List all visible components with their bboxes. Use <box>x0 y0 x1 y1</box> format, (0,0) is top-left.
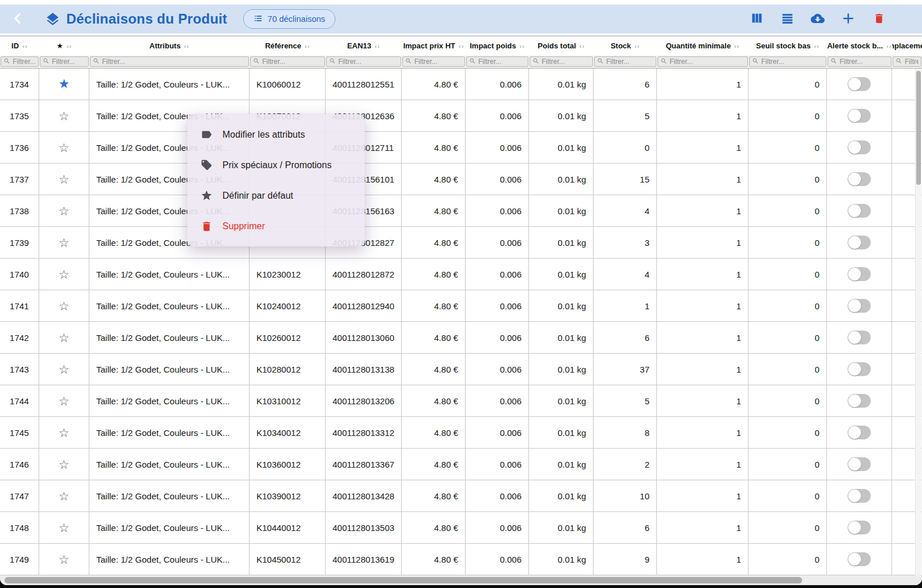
view-rows-button[interactable] <box>780 12 795 26</box>
table-row[interactable]: 1739☆Taille: 1/2 Godet, Couleurs - LUK..… <box>0 227 922 259</box>
stock-alert-toggle[interactable] <box>848 141 871 154</box>
table-row[interactable]: 1742☆Taille: 1/2 Godet, Couleurs - LUK..… <box>0 322 922 354</box>
sort-icon[interactable]: ‹› <box>634 43 640 50</box>
stock-alert-toggle[interactable] <box>848 236 871 249</box>
star-outline-icon[interactable]: ☆ <box>59 110 70 122</box>
table-row[interactable]: 1735☆Taille: 1/2 Godet, Couleurs - LUK..… <box>0 100 922 132</box>
star-outline-icon[interactable]: ☆ <box>59 205 70 217</box>
filter-input-qte_min[interactable] <box>670 58 745 66</box>
column-header-emplacement[interactable]: Emplacement <box>892 36 922 55</box>
vertical-scrollbar-thumb[interactable] <box>916 71 921 185</box>
back-button[interactable] <box>10 10 25 28</box>
star-outline-icon[interactable]: ☆ <box>59 268 70 280</box>
star-outline-icon[interactable]: ☆ <box>59 553 70 566</box>
sort-icon[interactable]: ‹› <box>305 43 310 50</box>
default-star-icon[interactable]: ★ <box>58 78 70 90</box>
stock-alert-toggle[interactable] <box>848 299 871 313</box>
star-outline-icon[interactable]: ☆ <box>59 142 70 154</box>
table-row[interactable]: 1737☆Taille: 1/2 Godet, Couleurs - LUK..… <box>0 164 922 195</box>
column-header-star[interactable]: ★‹› <box>39 36 89 55</box>
sort-icon[interactable]: ‹› <box>519 43 524 50</box>
stock-alert-toggle[interactable] <box>848 267 871 281</box>
star-outline-icon[interactable]: ☆ <box>59 363 70 375</box>
filter-input-impact_prix[interactable] <box>414 58 462 66</box>
table-row[interactable]: 1740☆Taille: 1/2 Godet, Couleurs - LUK..… <box>0 259 922 290</box>
stock-alert-toggle[interactable] <box>848 204 871 218</box>
sort-icon[interactable]: ‹› <box>375 43 380 50</box>
menu-item-prix-sp-ciaux-promotions[interactable]: Prix spéciaux / Promotions <box>187 150 365 180</box>
horizontal-scrollbar[interactable] <box>0 575 922 585</box>
menu-item-modifier-les-attributs[interactable]: Modifier les attributs <box>187 119 365 150</box>
filter-input-stock[interactable] <box>606 58 653 66</box>
stock-alert-toggle[interactable] <box>848 394 871 408</box>
filter-input-alerte[interactable] <box>840 58 889 66</box>
menu-item-supprimer[interactable]: Supprimer <box>187 211 365 241</box>
add-button[interactable] <box>841 12 856 26</box>
sort-icon[interactable]: ‹› <box>814 43 819 50</box>
vertical-scrollbar[interactable] <box>915 69 921 575</box>
table-row[interactable]: 1736☆Taille: 1/2 Godet, Couleurs - LUK..… <box>0 132 922 164</box>
table-row[interactable]: 1738☆Taille: 1/2 Godet, Couleurs - LUK..… <box>0 195 922 227</box>
sort-icon[interactable]: ‹› <box>67 43 72 50</box>
filter-input-id[interactable] <box>13 58 36 66</box>
stock-alert-toggle[interactable] <box>848 77 871 91</box>
column-header-ean13[interactable]: EAN13‹› <box>326 36 402 55</box>
column-header-seuil[interactable]: Seuil stock bas‹› <box>749 36 827 55</box>
stock-alert-toggle[interactable] <box>848 331 871 344</box>
star-outline-icon[interactable]: ☆ <box>59 237 70 249</box>
column-header-alerte[interactable]: Alerte stock b...‹› <box>827 36 892 55</box>
table-row[interactable]: 1745☆Taille: 1/2 Godet, Couleurs - LUK..… <box>0 417 922 449</box>
filter-input-attributs[interactable] <box>102 58 246 66</box>
column-header-id[interactable]: ID‹› <box>0 36 39 55</box>
column-header-reference[interactable]: Référence‹› <box>250 36 326 55</box>
column-header-impact_poids[interactable]: Impact poids‹› <box>466 36 529 55</box>
filter-input-impact_poids[interactable] <box>478 58 526 66</box>
cloud-download-button[interactable] <box>810 12 825 26</box>
stock-alert-toggle[interactable] <box>848 521 871 534</box>
star-outline-icon[interactable]: ☆ <box>59 300 70 312</box>
stock-alert-toggle[interactable] <box>848 172 871 186</box>
filter-input-reference[interactable] <box>262 58 322 66</box>
column-header-stock[interactable]: Stock‹› <box>594 36 657 55</box>
sort-icon[interactable]: ‹› <box>459 43 464 50</box>
column-header-attributs[interactable]: Attributs‹› <box>89 36 250 55</box>
stock-alert-toggle[interactable] <box>848 426 871 439</box>
filter-input-star[interactable] <box>52 58 86 66</box>
stock-alert-toggle[interactable] <box>848 552 871 566</box>
star-outline-icon[interactable]: ☆ <box>59 332 70 344</box>
star-outline-icon[interactable]: ☆ <box>59 490 70 502</box>
sort-icon[interactable]: ‹› <box>734 43 739 50</box>
star-outline-icon[interactable]: ☆ <box>59 173 70 185</box>
stock-alert-toggle[interactable] <box>848 489 871 503</box>
column-header-impact_prix[interactable]: Impact prix HT‹› <box>402 36 466 55</box>
column-header-poids_total[interactable]: Poids total‹› <box>529 36 594 55</box>
filter-input-ean13[interactable] <box>338 58 398 66</box>
star-outline-icon[interactable]: ☆ <box>59 522 70 534</box>
filter-input-seuil[interactable] <box>761 58 823 66</box>
table-row[interactable]: 1749☆Taille: 1/2 Godet, Couleurs - LUK..… <box>0 544 922 575</box>
star-outline-icon[interactable]: ☆ <box>59 458 70 471</box>
view-columns-button[interactable] <box>749 12 764 26</box>
table-row[interactable]: 1741☆Taille: 1/2 Godet, Couleurs - LUK..… <box>0 290 922 322</box>
filter-input-emplacement[interactable] <box>905 58 919 66</box>
table-row[interactable]: 1747☆Taille: 1/2 Godet, Couleurs - LUK..… <box>0 480 922 512</box>
filter-input-poids_total[interactable] <box>542 58 590 66</box>
sort-icon[interactable]: ‹› <box>580 43 585 50</box>
stock-alert-toggle[interactable] <box>848 109 871 123</box>
table-row[interactable]: 1743☆Taille: 1/2 Godet, Couleurs - LUK..… <box>0 354 922 385</box>
sort-icon[interactable]: ‹› <box>184 43 189 50</box>
delete-button[interactable] <box>871 12 886 26</box>
table-row[interactable]: 1734★Taille: 1/2 Godet, Couleurs - LUK..… <box>0 69 922 100</box>
horizontal-scrollbar-thumb[interactable] <box>5 577 802 583</box>
menu-item-d-finir-par-d-faut[interactable]: Définir par défaut <box>187 180 365 211</box>
stock-alert-toggle[interactable] <box>848 362 871 376</box>
sort-icon[interactable]: ‹› <box>22 43 28 50</box>
stock-alert-toggle[interactable] <box>848 457 871 471</box>
star-outline-icon[interactable]: ☆ <box>59 395 70 407</box>
table-row[interactable]: 1748☆Taille: 1/2 Godet, Couleurs - LUK..… <box>0 512 922 544</box>
table-row[interactable]: 1746☆Taille: 1/2 Godet, Couleurs - LUK..… <box>0 449 922 480</box>
star-outline-icon[interactable]: ☆ <box>59 427 70 439</box>
column-header-qte_min[interactable]: Quantité minimale‹› <box>657 36 749 55</box>
table-row[interactable]: 1744☆Taille: 1/2 Godet, Couleurs - LUK..… <box>0 385 922 417</box>
sort-icon[interactable]: ‹› <box>886 43 891 50</box>
